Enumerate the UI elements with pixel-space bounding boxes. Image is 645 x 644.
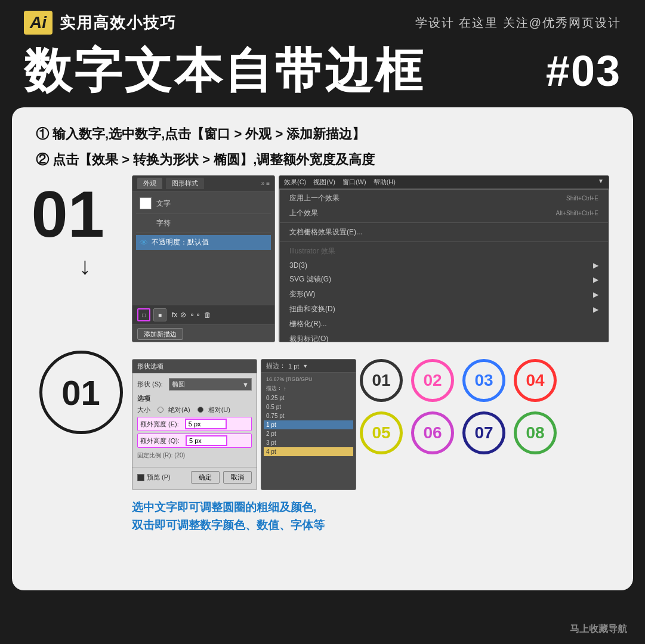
fill-btn[interactable]: ■	[153, 308, 166, 321]
ruler-up-icon: ↑	[283, 386, 286, 392]
add-stroke-button[interactable]: 添加新描边	[137, 328, 183, 340]
pt-row-025[interactable]: 0.25 pt	[264, 394, 353, 402]
add-stroke-row: 添加新描边	[132, 324, 274, 342]
demo-section-top: 01 ↓ 外观 图形样式 » ≡	[36, 175, 609, 342]
pt-row-075[interactable]: 0.75 pt	[264, 411, 353, 420]
menu-doc-raster[interactable]: 文档栅格效果设置(E)...	[280, 225, 608, 240]
menu-doc-raster-label: 文档栅格效果设置(E)...	[289, 227, 362, 237]
menu-svg-label: SVG 滤镜(G)	[289, 274, 331, 284]
pt-row-05[interactable]: 0.5 pt	[264, 402, 353, 411]
eye-icon: 👁	[140, 238, 148, 247]
trash-btn[interactable]: 🗑	[204, 311, 211, 319]
preview-body: 16.67% (RGB/GPU 描边： ↑ 0.25 pt 0.5 pt 0.7…	[261, 373, 356, 459]
ruler-label: 描边：	[266, 385, 282, 392]
rel-radio[interactable]	[197, 407, 203, 414]
abs-label: 绝对(A)	[168, 405, 190, 414]
screenshots-top: 外观 图形样式 » ≡ 文字 字符	[132, 175, 609, 342]
shape-select[interactable]: 椭圆 ▼	[169, 378, 252, 391]
dialog-shape-row: 形状 (S): 椭圆 ▼	[137, 378, 252, 391]
menu-3d-arrow: ▶	[593, 261, 598, 270]
dialog-extra-height-row: 额外高度 (Q):	[137, 434, 252, 448]
menu-content: 应用上一个效果 Shift+Ctrl+E 上个效果 Alt+Shift+Ctrl…	[279, 189, 609, 342]
pt-row-2[interactable]: 2 pt	[264, 429, 353, 438]
number-badge: #03	[546, 47, 621, 95]
tab-graphic-styles[interactable]: 图形样式	[166, 178, 204, 189]
menu-last-label: 上个效果	[289, 208, 318, 218]
menu-apply-shortcut: Shift+Ctrl+E	[566, 195, 598, 202]
description: 选中文字即可调整圆圈的粗细及颜色, 双击即可调整数字颜色、数值、字体等	[132, 499, 609, 535]
menu-distort[interactable]: 扭曲和变换(D) ▶	[280, 302, 608, 317]
menu-rasterize[interactable]: 栅格化(R)...	[280, 317, 608, 332]
circle-03: 03	[462, 359, 505, 402]
pt-row-3[interactable]: 3 pt	[264, 438, 353, 447]
circle-01: 01	[360, 359, 403, 402]
dialog-size-row: 大小 绝对(A) 相对(U)	[137, 405, 252, 414]
menu-window[interactable]: 窗口(W)	[342, 178, 366, 187]
menu-more[interactable]: ▼	[598, 178, 604, 187]
demo-section-bottom: 01 形状选项 形状 (S): 椭圆 ▼	[36, 351, 609, 535]
menu-3d-label: 3D(3)	[289, 261, 307, 270]
size-label: 大小	[137, 405, 150, 414]
main-title: 数字文本自带边框	[24, 47, 425, 95]
menu-warp[interactable]: 变形(W) ▶	[280, 287, 608, 302]
fixed-ratio-label: 固定比例 (R): (20)	[137, 452, 185, 459]
fx-btn[interactable]: fx	[172, 311, 177, 319]
dialog-footer: 预览 (P) 确定 取消	[132, 467, 257, 487]
circle-08: 08	[514, 411, 557, 454]
header-subtitle: 实用高效小技巧	[60, 13, 177, 33]
step-1: ① 输入数字,选中数字,点击【窗口 > 外观 > 添加新描边】	[36, 124, 609, 144]
pt-row-4[interactable]: 4 pt	[264, 447, 353, 456]
ai-badge: Ai	[24, 11, 53, 35]
panel-toolbar: □ ■ fx ⊘ ⚬⚬ 🗑	[132, 305, 274, 324]
menu-view[interactable]: 视图(V)	[313, 178, 335, 187]
menu-svg-arrow: ▶	[593, 275, 598, 284]
panel-sep2	[136, 233, 271, 233]
extra-width-input[interactable]	[185, 419, 227, 429]
menu-apply-last[interactable]: 应用上一个效果 Shift+Ctrl+E	[280, 191, 608, 206]
screenshots-top-row: 外观 图形样式 » ≡ 文字 字符	[132, 175, 609, 342]
preview-checkbox[interactable]: 预览 (P)	[137, 473, 171, 482]
circles-row-2: 05 06 07 08	[360, 411, 609, 454]
copy-btn[interactable]: ⚬⚬	[189, 311, 201, 319]
checkbox-icon	[137, 474, 144, 481]
dropdown-arrow: ▼	[242, 381, 249, 388]
menu-warp-arrow: ▶	[593, 290, 598, 299]
preview-dropdown[interactable]: ▼	[303, 363, 308, 369]
menu-3d[interactable]: 3D(3) ▶	[280, 259, 608, 272]
dialog-options-label: 选项	[137, 394, 252, 403]
menu-last-shortcut: Alt+Shift+Ctrl+E	[556, 210, 598, 216]
panel-bottom: □ ■ fx ⊘ ⚬⚬ 🗑 添加新描边	[132, 305, 274, 342]
pt-row-1[interactable]: 1 pt	[264, 420, 353, 429]
content-card: ① 输入数字,选中数字,点击【窗口 > 外观 > 添加新描边】 ② 点击【效果 …	[12, 107, 633, 590]
screenshots-bottom: 形状选项 形状 (S): 椭圆 ▼ 选项 大小	[132, 351, 609, 535]
extra-height-input[interactable]	[186, 435, 227, 446]
menu-effect[interactable]: 效果(C)	[284, 178, 306, 187]
screenshots-bottom-row: 形状选项 形状 (S): 椭圆 ▼ 选项 大小	[132, 359, 609, 490]
menu-distort-arrow: ▶	[593, 305, 598, 314]
pt-list: 0.25 pt 0.5 pt 0.75 pt 1 pt 2 pt 3 pt 4 …	[264, 394, 353, 456]
stroke-btn[interactable]: □	[137, 308, 150, 321]
abs-radio[interactable]	[158, 407, 163, 414]
stroke-icon: □	[142, 312, 146, 318]
panel-sep	[136, 213, 271, 214]
menu-crop-marks[interactable]: 裁剪标记(O)	[280, 332, 608, 342]
big-number-top: 01	[32, 175, 127, 247]
menu-help[interactable]: 帮助(H)	[374, 178, 396, 187]
menu-last-effect[interactable]: 上个效果 Alt+Shift+Ctrl+E	[280, 206, 608, 221]
circle-04: 04	[514, 359, 557, 402]
ok-button[interactable]: 确定	[191, 471, 220, 484]
menu-crop-marks-label: 裁剪标记(O)	[289, 334, 328, 342]
title-area: 数字文本自带边框 #03	[0, 41, 645, 107]
tab-appearance[interactable]: 外观	[137, 178, 162, 189]
rel-radio-btn	[197, 407, 203, 413]
header-area: Ai 实用高效小技巧 学设计 在这里 关注@优秀网页设计	[0, 0, 645, 41]
menu-svg[interactable]: SVG 滤镜(G) ▶	[280, 272, 608, 287]
panel-row-char: 字符	[136, 216, 271, 231]
left-col-top: 01 ↓	[36, 175, 128, 280]
rel-label: 相对(U)	[208, 405, 230, 414]
menu-illustrator-label: Illustrator 效果	[289, 246, 335, 256]
delete-btn[interactable]: ⊘	[180, 311, 186, 319]
preview-titlebar: 描边： 1 pt ▼	[261, 360, 356, 373]
cancel-button[interactable]: 取消	[223, 471, 252, 484]
main-container: Ai 实用高效小技巧 学设计 在这里 关注@优秀网页设计 数字文本自带边框 #0…	[0, 0, 645, 644]
